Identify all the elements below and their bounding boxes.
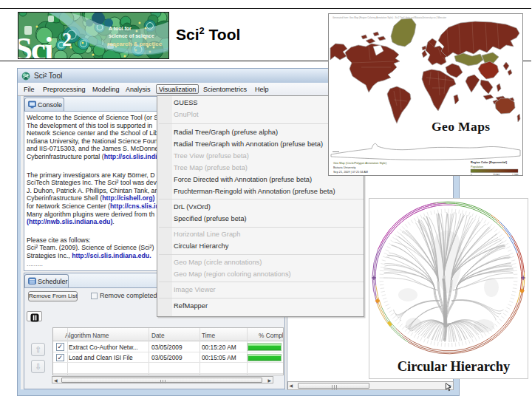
svg-text:750E6: 750E6 — [493, 174, 499, 175]
svg-text:Batavia University: Batavia University — [333, 166, 355, 169]
svg-text:Circular Hierarchy: Circular Hierarchy — [397, 359, 510, 374]
svg-text:Population: Population — [471, 166, 483, 168]
svg-text:Sci: Sci — [18, 30, 53, 59]
svg-text:Generated from: Geo Map (Regio: Generated from: Geo Map (Region Coloring… — [332, 16, 446, 19]
svg-text:1.5E9: 1.5E9 — [512, 174, 519, 175]
svg-text:Region Color [Exponential]: Region Color [Exponential] — [471, 161, 508, 164]
svg-text:research & practice: research & practice — [107, 41, 163, 47]
svg-text:Geo Map (Circle/Polygon Annota: Geo Map (Circle/Polygon Annotation Style… — [333, 162, 387, 165]
svg-text:A tool for: A tool for — [109, 26, 132, 31]
svg-text:science of science: science of science — [109, 33, 154, 38]
svg-text:Geo Maps: Geo Maps — [432, 119, 491, 134]
svg-text:0: 0 — [471, 174, 472, 175]
svg-text:2: 2 — [62, 29, 72, 50]
svg-text:Sep 21, 2009 | 07:25:34 AM: Sep 21, 2009 | 07:25:34 AM — [333, 171, 368, 174]
